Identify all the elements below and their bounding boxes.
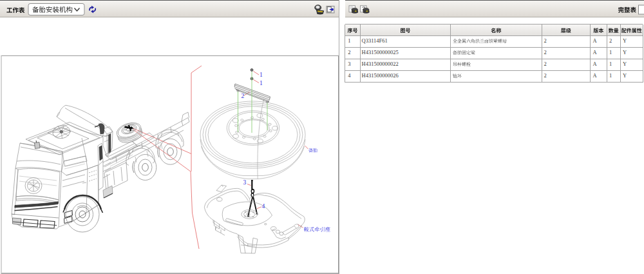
svg-text:A: A — [593, 37, 598, 44]
svg-text:H431500000025: H431500000025 — [362, 49, 399, 55]
svg-text:3: 3 — [243, 179, 247, 186]
svg-text:1: 1 — [609, 72, 612, 79]
svg-text:4: 4 — [262, 203, 265, 210]
svg-text:H431500000026: H431500000026 — [362, 72, 399, 79]
svg-text:2: 2 — [242, 93, 245, 99]
svg-text:H431500000022: H431500000022 — [362, 61, 399, 67]
svg-text:1: 1 — [348, 37, 350, 44]
svg-text:2: 2 — [348, 49, 350, 55]
svg-text:Y: Y — [623, 49, 627, 55]
svg-text:3: 3 — [348, 61, 350, 67]
svg-text:4: 4 — [348, 72, 351, 79]
svg-text:2: 2 — [609, 37, 612, 44]
svg-text:2: 2 — [544, 49, 547, 55]
svg-text:1: 1 — [609, 61, 612, 67]
svg-text:A: A — [593, 61, 598, 67]
svg-text:1: 1 — [260, 72, 263, 78]
svg-text:A: A — [593, 72, 598, 79]
svg-text:Y: Y — [623, 61, 627, 67]
svg-text:2: 2 — [544, 61, 547, 67]
svg-text:Y: Y — [623, 37, 627, 44]
svg-text:Q33114F61: Q33114F61 — [362, 37, 388, 44]
svg-text:1: 1 — [260, 80, 263, 86]
svg-text:2: 2 — [544, 37, 547, 44]
svg-text:1: 1 — [609, 49, 612, 55]
svg-text:Y: Y — [623, 72, 627, 79]
svg-text:A: A — [593, 49, 598, 55]
svg-text:2: 2 — [544, 72, 547, 79]
